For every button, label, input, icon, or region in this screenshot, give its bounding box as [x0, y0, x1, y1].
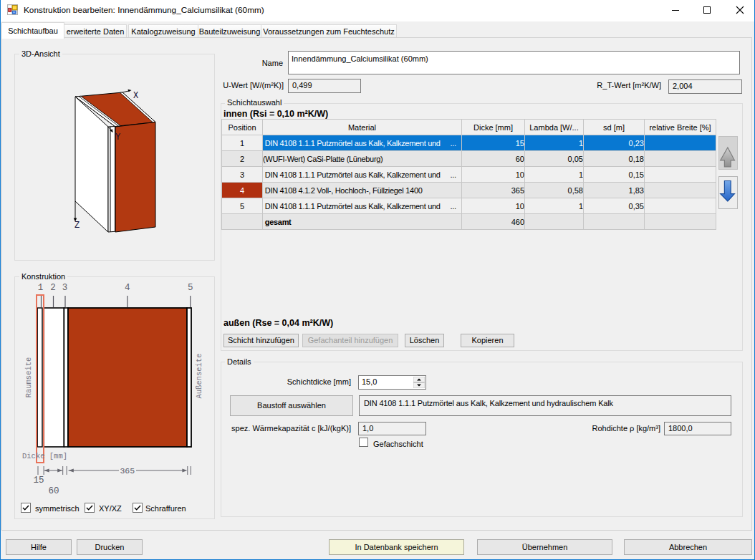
- svg-text:Dicke [mm]: Dicke [mm]: [22, 452, 67, 460]
- svg-text:15: 15: [34, 475, 44, 486]
- svg-text:3: 3: [62, 283, 68, 293]
- svg-text:5: 5: [188, 283, 193, 293]
- svg-text:Y: Y: [115, 132, 120, 143]
- svg-text:Raumseite: Raumseite: [24, 357, 33, 398]
- svg-text:Außenseite: Außenseite: [195, 353, 203, 398]
- svg-text:X: X: [133, 91, 138, 101]
- svg-text:1: 1: [38, 283, 44, 293]
- svg-text:Z: Z: [74, 221, 80, 231]
- svg-text:4: 4: [125, 283, 130, 293]
- svg-text:60: 60: [49, 486, 59, 496]
- svg-text:2: 2: [50, 283, 56, 293]
- svg-text:365: 365: [120, 466, 135, 475]
